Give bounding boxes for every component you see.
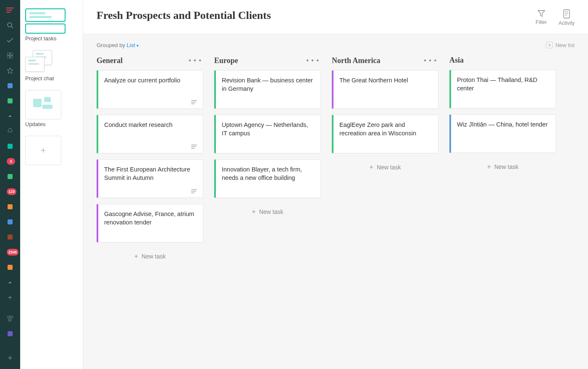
description-icon	[191, 145, 197, 149]
rail-project-orange-2[interactable]	[3, 261, 17, 274]
task-card-title: Wiz Jīntiān — China, hotel tender	[457, 121, 550, 129]
rail-plus-bottom[interactable]: +	[3, 351, 17, 365]
add-thumb-icon: +	[25, 136, 61, 165]
star-icon[interactable]	[3, 64, 17, 77]
column-general: General• • •Analyze our current portfoli…	[97, 56, 203, 263]
new-list-button[interactable]: + New list	[546, 42, 575, 48]
rail-badge-3[interactable]: 3	[3, 155, 17, 168]
svg-rect-6	[10, 53, 13, 55]
grouped-by: Grouped by List	[97, 42, 139, 48]
task-card[interactable]: Wiz Jīntiān — China, hotel tender	[449, 114, 556, 153]
rail-project-green-2[interactable]	[3, 170, 17, 183]
task-card-title: Conduct market research	[104, 121, 197, 129]
task-card-title: Uptown Agency — Netherlands, IT campus	[222, 121, 315, 137]
rail-project-blue[interactable]	[3, 79, 17, 92]
chat-thumb-icon	[25, 50, 51, 74]
page-title: Fresh Prospects and Potential Clients	[97, 9, 271, 22]
sidebar-tasks-label: Project tasks	[25, 35, 56, 42]
sidebar: Project tasks Project chat Updates +	[20, 0, 83, 369]
new-task-button[interactable]: +New task	[97, 250, 203, 263]
svg-point-3	[8, 23, 12, 27]
card-list: Revision Bank — business center in Germa…	[214, 70, 321, 198]
description-icon	[191, 189, 197, 193]
rail-caret-up-2[interactable]	[3, 276, 17, 289]
task-card[interactable]: Analyze our current portfolio	[97, 70, 203, 109]
tasks-thumb-icon	[25, 8, 66, 22]
rail-project-teal[interactable]	[3, 140, 17, 153]
column-header: General• • •	[97, 56, 203, 70]
column-menu-button[interactable]: • • •	[422, 56, 438, 65]
column-menu-button[interactable]: • • •	[187, 56, 203, 65]
funnel-icon	[537, 9, 546, 18]
svg-rect-10	[7, 316, 9, 318]
new-task-button[interactable]: +New task	[214, 206, 321, 218]
column-title: General	[97, 56, 123, 65]
sidebar-item-updates[interactable]: Updates	[25, 90, 78, 127]
rail-project-darkred[interactable]	[3, 230, 17, 244]
task-card-title: The Great Northern Hotel	[339, 76, 432, 85]
plus-icon: +	[370, 163, 373, 171]
filter-button[interactable]: Filter	[536, 9, 547, 26]
checkmark-icon[interactable]	[3, 34, 17, 47]
kanban-board: General• • •Analyze our current portfoli…	[83, 48, 588, 369]
column-asia: AsiaProton Thai — Thailand, R&D centerWi…	[449, 56, 556, 173]
activity-button[interactable]: Activity	[559, 9, 575, 26]
rail-project-purple[interactable]	[3, 327, 17, 340]
rocket-icon[interactable]	[3, 124, 17, 138]
rail-caret-up[interactable]	[3, 109, 17, 123]
column-menu-button[interactable]: • • •	[304, 56, 321, 65]
activity-label: Activity	[559, 20, 575, 26]
task-card-title: Analyze our current portfolio	[104, 76, 197, 85]
rail-project-orange[interactable]	[3, 200, 17, 213]
grid-icon[interactable]	[3, 49, 17, 62]
rail-apps-icon[interactable]	[3, 312, 17, 325]
description-icon	[191, 100, 197, 104]
header: Fresh Prospects and Potential Clients Fi…	[83, 0, 588, 34]
rail-plus-1[interactable]: +	[3, 291, 17, 304]
grouped-by-dropdown[interactable]: List	[127, 42, 139, 48]
new-task-label: New task	[377, 164, 401, 171]
sidebar-item-chat[interactable]: Project chat	[25, 50, 78, 82]
svg-marker-13	[538, 11, 545, 16]
column-title: Europe	[214, 56, 238, 65]
svg-line-4	[11, 26, 13, 28]
menu-icon[interactable]	[3, 3, 17, 17]
rail-project-green[interactable]	[3, 94, 17, 108]
plus-icon: +	[487, 163, 491, 171]
search-icon[interactable]	[3, 18, 17, 32]
plus-icon: +	[134, 253, 138, 260]
card-list: Analyze our current portfolioConduct mar…	[97, 70, 203, 242]
svg-rect-7	[7, 56, 10, 58]
task-card[interactable]: Conduct market research	[97, 115, 203, 153]
column-europe: Europe• • •Revision Bank — business cent…	[214, 56, 321, 218]
rail-badge-2345[interactable]: 2345	[3, 245, 17, 259]
task-card[interactable]: Gascogne Advise, France, atrium renovati…	[97, 204, 203, 242]
new-task-button[interactable]: +New task	[332, 161, 438, 174]
column-title: Asia	[449, 56, 464, 65]
task-card[interactable]: Proton Thai — Thailand, R&D center	[449, 70, 556, 108]
grouped-by-prefix: Grouped by	[97, 42, 127, 48]
task-card[interactable]: Uptown Agency — Netherlands, IT campus	[214, 115, 321, 153]
svg-marker-9	[7, 68, 13, 74]
main-area: Fresh Prospects and Potential Clients Fi…	[83, 0, 588, 369]
rail-project-blue-2[interactable]	[3, 215, 17, 229]
task-card[interactable]: The Great Northern Hotel	[332, 70, 438, 109]
column-header: Europe• • •	[214, 56, 321, 70]
task-card[interactable]: EaglEeye Zero park and recreation area i…	[332, 115, 438, 153]
new-task-button[interactable]: +New task	[449, 161, 556, 173]
task-card[interactable]: The First European Architecture Summit i…	[97, 159, 203, 198]
task-card-title: Revision Bank — business center in Germa…	[222, 76, 315, 93]
rail-badge-123[interactable]: 123	[3, 185, 17, 198]
column-header: North America• • •	[332, 56, 438, 70]
column-header: Asia	[449, 56, 556, 70]
new-task-label: New task	[142, 253, 166, 260]
task-card[interactable]: Revision Bank — business center in Germa…	[214, 70, 321, 109]
sidebar-item-tasks[interactable]: Project tasks	[25, 8, 78, 42]
sidebar-item-add[interactable]: +	[25, 136, 78, 165]
new-task-label: New task	[259, 208, 284, 215]
task-card[interactable]: Innovation Blayer, a tech firm, needs a …	[214, 159, 321, 198]
activity-icon	[563, 9, 570, 18]
filter-label: Filter	[536, 19, 547, 25]
plus-icon: +	[252, 208, 256, 216]
column-north-america: North America• • •The Great Northern Hot…	[332, 56, 438, 174]
